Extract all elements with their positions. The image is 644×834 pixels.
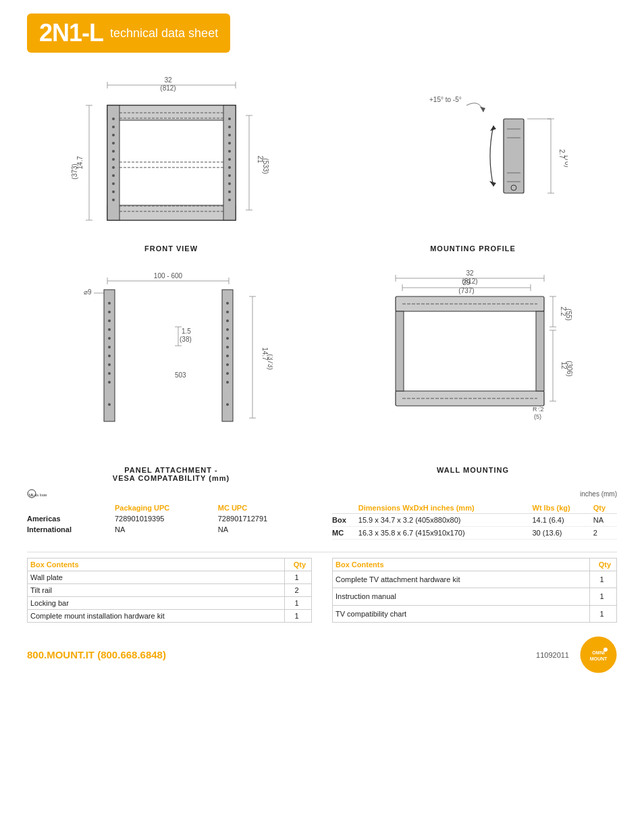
footer-phone: 800.MOUNT.IT (800.668.6848) xyxy=(27,649,166,660)
mounting-profile-svg: +15° to -5° 2.7 (70) xyxy=(379,65,568,240)
front-view-svg: 32 (812) 14.7 (373) 21 (533) xyxy=(70,65,273,240)
svg-point-90 xyxy=(226,363,229,366)
svg-text:32: 32 xyxy=(164,76,172,84)
svg-text:OMNI: OMNI xyxy=(592,650,604,655)
box-item-qty: 1 xyxy=(285,610,312,623)
svg-text:⌀9: ⌀9 xyxy=(84,288,92,296)
svg-point-35 xyxy=(228,150,231,153)
svg-point-32 xyxy=(228,126,231,128)
wall-mounting-block: 32 (812) 29 (737) 2.2 (55) 12 (306) xyxy=(329,259,617,482)
svg-point-86 xyxy=(226,328,229,331)
svg-point-80 xyxy=(108,381,111,384)
dim-col-wt: Wt lbs (kg) xyxy=(533,502,593,514)
upc-col-region xyxy=(27,502,115,513)
page-subtitle: technical data sheet xyxy=(110,26,218,41)
svg-text:(812): (812) xyxy=(160,84,176,92)
svg-point-140 xyxy=(603,648,608,652)
box-contents-left-qty-header: Qty xyxy=(285,558,312,571)
list-item: Tilt rail 2 xyxy=(28,584,312,597)
svg-point-77 xyxy=(108,355,111,357)
model-number: 2N1-L xyxy=(39,19,103,47)
omnimount-logo: OMNI MOUNT xyxy=(580,636,617,673)
list-item: Instruction manual 1 xyxy=(333,588,617,605)
box-item-qty: 1 xyxy=(285,597,312,610)
svg-text:(737): (737) xyxy=(458,287,474,294)
dim-col-qty: Qty xyxy=(593,502,617,514)
svg-text:1.5: 1.5 xyxy=(182,328,191,335)
svg-text:us listed: us listed xyxy=(34,493,47,497)
dimensions-table: Dimensions WxDxH inches (mm) Wt lbs (kg)… xyxy=(332,502,617,540)
svg-point-92 xyxy=(226,381,229,384)
svg-rect-19 xyxy=(223,105,236,220)
panel-attachment-block: ⌀9 100 - 600 xyxy=(27,259,315,482)
svg-point-36 xyxy=(228,158,231,161)
svg-point-22 xyxy=(112,134,115,136)
panel-attachment-label: PANEL ATTACHMENT -VESA COMPATABILITY (mm… xyxy=(113,466,230,482)
list-item: Wall plate 1 xyxy=(28,571,312,584)
region-international: International xyxy=(27,524,115,535)
box-item-name: Tilt rail xyxy=(28,584,285,597)
mc-qty: 2 xyxy=(593,527,617,540)
intl-mc-upc: NA xyxy=(218,524,312,535)
list-item: Complete mount installation hardware kit… xyxy=(28,610,312,623)
dim-col-type xyxy=(332,502,358,514)
mc-type: MC xyxy=(332,527,358,540)
svg-point-39 xyxy=(228,182,231,185)
box-type: Box xyxy=(332,514,358,527)
svg-point-71 xyxy=(108,302,111,305)
upc-section: Packaging UPC MC UPC Americas 7289010193… xyxy=(27,502,617,540)
svg-text:(55): (55) xyxy=(565,309,572,321)
table-row: Box 15.9 x 34.7 x 3.2 (405x880x80) 14.1 … xyxy=(332,514,617,527)
mc-wt: 30 (13.6) xyxy=(533,527,593,540)
svg-point-21 xyxy=(112,126,115,128)
svg-rect-15 xyxy=(107,105,236,220)
svg-point-88 xyxy=(226,346,229,348)
svg-point-83 xyxy=(226,302,229,305)
svg-point-91 xyxy=(226,372,229,375)
svg-point-37 xyxy=(228,166,231,169)
upc-col-packaging: Packaging UPC xyxy=(115,502,218,513)
svg-point-38 xyxy=(228,174,231,177)
svg-point-76 xyxy=(108,346,111,348)
americas-packaging-upc: 728901019395 xyxy=(115,513,218,524)
svg-point-40 xyxy=(228,190,231,193)
svg-point-20 xyxy=(112,118,115,120)
svg-point-85 xyxy=(226,319,229,322)
box-item-name: TV compatibility chart xyxy=(333,605,590,622)
americas-mc-upc: 728901712791 xyxy=(218,513,312,524)
svg-text:MOUNT: MOUNT xyxy=(590,656,608,661)
svg-text:(38): (38) xyxy=(180,336,192,343)
upc-table: Packaging UPC MC UPC Americas 7289010193… xyxy=(27,502,312,535)
svg-text:(373): (373) xyxy=(71,163,78,179)
box-item-name: Locking bar xyxy=(28,597,285,610)
svg-point-93 xyxy=(226,403,229,406)
upc-left-panel: Packaging UPC MC UPC Americas 7289010193… xyxy=(27,502,312,540)
box-contents-right-qty-header: Qty xyxy=(590,558,617,571)
svg-point-28 xyxy=(112,182,115,185)
list-item: Complete TV attachment hardware kit 1 xyxy=(333,571,617,588)
svg-point-31 xyxy=(228,118,231,120)
svg-point-41 xyxy=(228,199,231,201)
svg-rect-56 xyxy=(504,119,524,193)
table-row: International NA NA xyxy=(27,524,312,535)
svg-point-73 xyxy=(108,319,111,322)
ul-mark: UL us listed xyxy=(27,489,47,498)
svg-point-23 xyxy=(112,142,115,145)
box-item-name: Complete mount installation hardware kit xyxy=(28,610,285,623)
dim-col-dims: Dimensions WxDxH inches (mm) xyxy=(358,502,533,514)
svg-text:(306): (306) xyxy=(566,361,573,376)
svg-rect-129 xyxy=(396,311,404,391)
footer-doc-number: 11092011 xyxy=(536,651,569,659)
front-view-label: FRONT VIEW xyxy=(144,244,198,253)
mounting-profile-block: +15° to -5° 2.7 (70) MOUNTING xyxy=(329,65,617,253)
svg-point-89 xyxy=(226,355,229,357)
svg-point-75 xyxy=(108,337,111,340)
svg-text:100 - 600: 100 - 600 xyxy=(153,272,182,280)
table-row: Americas 728901019395 728901712791 xyxy=(27,513,312,524)
upc-right-panel: Dimensions WxDxH inches (mm) Wt lbs (kg)… xyxy=(332,502,617,540)
svg-text:(533): (533) xyxy=(262,158,269,174)
svg-point-87 xyxy=(226,337,229,340)
box-item-name: Complete TV attachment hardware kit xyxy=(333,571,590,588)
svg-point-26 xyxy=(112,166,115,169)
svg-point-78 xyxy=(108,363,111,366)
